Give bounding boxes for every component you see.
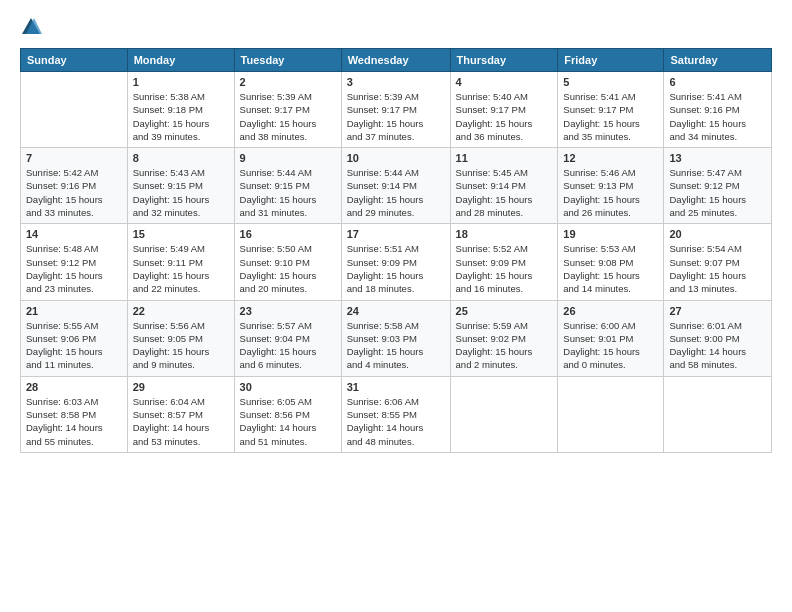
day-info: Sunset: 9:18 PM [133, 103, 229, 116]
calendar-cell: 12Sunrise: 5:46 AMSunset: 9:13 PMDayligh… [558, 148, 664, 224]
weekday-header: Friday [558, 49, 664, 72]
day-info: Sunrise: 5:45 AM [456, 166, 553, 179]
day-info: Sunrise: 5:41 AM [563, 90, 658, 103]
calendar-cell: 18Sunrise: 5:52 AMSunset: 9:09 PMDayligh… [450, 224, 558, 300]
day-info: Sunrise: 5:53 AM [563, 242, 658, 255]
day-number: 12 [563, 152, 658, 164]
calendar-cell [450, 376, 558, 452]
calendar-cell: 13Sunrise: 5:47 AMSunset: 9:12 PMDayligh… [664, 148, 772, 224]
day-info: Sunset: 9:04 PM [240, 332, 336, 345]
day-info: and 16 minutes. [456, 282, 553, 295]
day-info: and 9 minutes. [133, 358, 229, 371]
day-number: 8 [133, 152, 229, 164]
day-info: Sunrise: 6:03 AM [26, 395, 122, 408]
day-number: 14 [26, 228, 122, 240]
day-info: and 23 minutes. [26, 282, 122, 295]
weekday-header: Saturday [664, 49, 772, 72]
day-info: Sunrise: 5:56 AM [133, 319, 229, 332]
day-info: Daylight: 14 hours [669, 345, 766, 358]
calendar-cell: 14Sunrise: 5:48 AMSunset: 9:12 PMDayligh… [21, 224, 128, 300]
day-info: Sunset: 9:14 PM [347, 179, 445, 192]
calendar-cell: 4Sunrise: 5:40 AMSunset: 9:17 PMDaylight… [450, 72, 558, 148]
day-info: Sunrise: 5:47 AM [669, 166, 766, 179]
calendar-cell: 29Sunrise: 6:04 AMSunset: 8:57 PMDayligh… [127, 376, 234, 452]
day-info: Sunset: 9:09 PM [456, 256, 553, 269]
day-info: and 34 minutes. [669, 130, 766, 143]
calendar-cell: 3Sunrise: 5:39 AMSunset: 9:17 PMDaylight… [341, 72, 450, 148]
day-info: Sunset: 9:17 PM [563, 103, 658, 116]
calendar-cell: 16Sunrise: 5:50 AMSunset: 9:10 PMDayligh… [234, 224, 341, 300]
day-number: 17 [347, 228, 445, 240]
day-number: 25 [456, 305, 553, 317]
day-info: Sunset: 9:12 PM [669, 179, 766, 192]
day-info: Daylight: 15 hours [563, 193, 658, 206]
day-info: Sunset: 9:06 PM [26, 332, 122, 345]
calendar-week-row: 21Sunrise: 5:55 AMSunset: 9:06 PMDayligh… [21, 300, 772, 376]
day-info: and 25 minutes. [669, 206, 766, 219]
day-info: Sunrise: 5:57 AM [240, 319, 336, 332]
day-info: Daylight: 15 hours [133, 117, 229, 130]
day-info: Daylight: 15 hours [133, 345, 229, 358]
day-info: and 6 minutes. [240, 358, 336, 371]
day-info: and 35 minutes. [563, 130, 658, 143]
day-info: Daylight: 15 hours [563, 345, 658, 358]
calendar-week-row: 7Sunrise: 5:42 AMSunset: 9:16 PMDaylight… [21, 148, 772, 224]
day-info: Sunset: 9:08 PM [563, 256, 658, 269]
day-info: Sunset: 8:57 PM [133, 408, 229, 421]
calendar-cell: 15Sunrise: 5:49 AMSunset: 9:11 PMDayligh… [127, 224, 234, 300]
logo-icon [20, 16, 42, 38]
day-info: Sunrise: 6:06 AM [347, 395, 445, 408]
day-number: 21 [26, 305, 122, 317]
day-info: Sunset: 8:55 PM [347, 408, 445, 421]
day-number: 24 [347, 305, 445, 317]
day-info: Sunrise: 6:00 AM [563, 319, 658, 332]
day-number: 5 [563, 76, 658, 88]
header [20, 16, 772, 38]
day-info: Sunset: 9:02 PM [456, 332, 553, 345]
calendar-header-row: SundayMondayTuesdayWednesdayThursdayFrid… [21, 49, 772, 72]
day-info: Sunset: 9:14 PM [456, 179, 553, 192]
day-info: Sunrise: 5:41 AM [669, 90, 766, 103]
day-info: and 18 minutes. [347, 282, 445, 295]
calendar-table: SundayMondayTuesdayWednesdayThursdayFrid… [20, 48, 772, 453]
day-info: Sunset: 9:00 PM [669, 332, 766, 345]
day-info: Daylight: 14 hours [347, 421, 445, 434]
day-info: Daylight: 15 hours [347, 269, 445, 282]
day-info: and 20 minutes. [240, 282, 336, 295]
calendar-cell: 2Sunrise: 5:39 AMSunset: 9:17 PMDaylight… [234, 72, 341, 148]
calendar-cell: 5Sunrise: 5:41 AMSunset: 9:17 PMDaylight… [558, 72, 664, 148]
day-info: and 28 minutes. [456, 206, 553, 219]
day-info: and 26 minutes. [563, 206, 658, 219]
day-number: 28 [26, 381, 122, 393]
calendar-cell: 17Sunrise: 5:51 AMSunset: 9:09 PMDayligh… [341, 224, 450, 300]
day-info: Daylight: 15 hours [456, 193, 553, 206]
day-info: Sunrise: 5:44 AM [347, 166, 445, 179]
day-number: 16 [240, 228, 336, 240]
calendar-week-row: 28Sunrise: 6:03 AMSunset: 8:58 PMDayligh… [21, 376, 772, 452]
calendar-cell: 19Sunrise: 5:53 AMSunset: 9:08 PMDayligh… [558, 224, 664, 300]
day-info: Sunset: 9:11 PM [133, 256, 229, 269]
day-info: Daylight: 15 hours [669, 269, 766, 282]
day-number: 3 [347, 76, 445, 88]
day-info: Daylight: 15 hours [347, 117, 445, 130]
day-number: 15 [133, 228, 229, 240]
calendar-cell: 9Sunrise: 5:44 AMSunset: 9:15 PMDaylight… [234, 148, 341, 224]
day-number: 13 [669, 152, 766, 164]
day-info: Sunrise: 5:54 AM [669, 242, 766, 255]
day-info: Daylight: 15 hours [347, 345, 445, 358]
day-number: 10 [347, 152, 445, 164]
day-info: Sunset: 9:07 PM [669, 256, 766, 269]
day-info: Sunset: 8:58 PM [26, 408, 122, 421]
day-info: Daylight: 15 hours [26, 269, 122, 282]
calendar-cell: 22Sunrise: 5:56 AMSunset: 9:05 PMDayligh… [127, 300, 234, 376]
calendar-cell: 30Sunrise: 6:05 AMSunset: 8:56 PMDayligh… [234, 376, 341, 452]
day-info: Sunset: 9:09 PM [347, 256, 445, 269]
day-number: 23 [240, 305, 336, 317]
day-info: Sunrise: 5:50 AM [240, 242, 336, 255]
calendar-cell: 10Sunrise: 5:44 AMSunset: 9:14 PMDayligh… [341, 148, 450, 224]
weekday-header: Tuesday [234, 49, 341, 72]
weekday-header: Wednesday [341, 49, 450, 72]
day-info: and 2 minutes. [456, 358, 553, 371]
day-info: Daylight: 15 hours [347, 193, 445, 206]
day-info: Daylight: 15 hours [240, 193, 336, 206]
